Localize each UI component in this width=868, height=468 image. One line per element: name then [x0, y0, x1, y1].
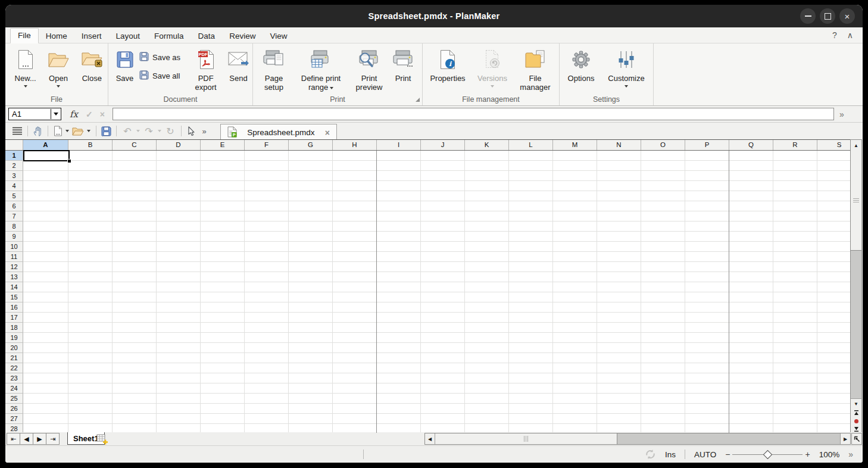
cell-N10[interactable] [597, 242, 641, 252]
cell-L20[interactable] [509, 343, 553, 353]
cell-J14[interactable] [421, 282, 465, 292]
cell-S24[interactable] [817, 383, 850, 394]
cell-L28[interactable] [509, 424, 553, 433]
cell-P6[interactable] [685, 201, 729, 211]
cell-K3[interactable] [465, 171, 509, 181]
column-header-C[interactable]: C [113, 140, 157, 150]
open-dropdown-caret[interactable] [87, 130, 90, 132]
row-header-24[interactable]: 24 [5, 383, 23, 394]
cell-D10[interactable] [157, 242, 201, 252]
cell-R22[interactable] [773, 363, 817, 373]
cell-L19[interactable] [509, 333, 553, 343]
column-header-I[interactable]: I [377, 140, 421, 150]
cell-D3[interactable] [157, 171, 201, 181]
cell-B2[interactable] [68, 161, 113, 171]
repeat-button[interactable]: ↻ [163, 124, 177, 138]
cell-I5[interactable] [377, 191, 421, 201]
cell-R25[interactable] [773, 394, 817, 404]
cell-Q19[interactable] [729, 333, 773, 343]
cell-S14[interactable] [817, 282, 850, 292]
cell-N16[interactable] [597, 302, 641, 313]
zoom-slider[interactable] [732, 454, 803, 455]
cell-H25[interactable] [333, 394, 377, 404]
cell-O4[interactable] [641, 181, 685, 191]
collapse-ribbon-button[interactable]: ∧ [847, 30, 853, 40]
cell-E22[interactable] [201, 363, 245, 373]
cell-J7[interactable] [421, 211, 465, 221]
cell-I10[interactable] [377, 242, 421, 252]
cell-B20[interactable] [68, 343, 113, 353]
cell-E7[interactable] [201, 211, 245, 221]
sync-button[interactable] [645, 450, 656, 459]
cell-F8[interactable] [245, 221, 289, 232]
cell-P23[interactable] [685, 373, 729, 383]
cell-L9[interactable] [509, 232, 553, 242]
cell-C14[interactable] [113, 282, 157, 292]
cell-reference-dropdown[interactable] [51, 109, 60, 119]
column-header-K[interactable]: K [465, 140, 509, 150]
cell-M14[interactable] [553, 282, 597, 292]
cell-Q14[interactable] [729, 282, 773, 292]
cell-K16[interactable] [465, 302, 509, 313]
cell-H16[interactable] [333, 302, 377, 313]
cell-A19[interactable] [23, 333, 68, 343]
cell-L10[interactable] [509, 242, 553, 252]
cell-M1[interactable] [553, 151, 597, 161]
cell-S22[interactable] [817, 363, 850, 373]
cell-L7[interactable] [509, 211, 553, 221]
cell-B26[interactable] [68, 404, 113, 414]
cell-K25[interactable] [465, 394, 509, 404]
cell-D12[interactable] [157, 262, 201, 272]
row-header-1[interactable]: 1 [5, 151, 23, 161]
cell-G23[interactable] [289, 373, 333, 383]
cell-C11[interactable] [113, 252, 157, 262]
cell-H21[interactable] [333, 353, 377, 363]
cell-E15[interactable] [201, 292, 245, 302]
cell-P15[interactable] [685, 292, 729, 302]
cell-C8[interactable] [113, 221, 157, 232]
cell-Q12[interactable] [729, 262, 773, 272]
cell-G9[interactable] [289, 232, 333, 242]
cell-H9[interactable] [333, 232, 377, 242]
cell-K15[interactable] [465, 292, 509, 302]
cell-P26[interactable] [685, 404, 729, 414]
cell-N1[interactable] [597, 151, 641, 161]
cell-I8[interactable] [377, 221, 421, 232]
cell-K7[interactable] [465, 211, 509, 221]
cell-E26[interactable] [201, 404, 245, 414]
cell-G15[interactable] [289, 292, 333, 302]
tab-formula[interactable]: Formula [147, 29, 191, 43]
cell-F13[interactable] [245, 272, 289, 282]
cell-R23[interactable] [773, 373, 817, 383]
cell-L4[interactable] [509, 181, 553, 191]
toolbar-open-button[interactable] [71, 124, 85, 138]
cell-M15[interactable] [553, 292, 597, 302]
cell-N27[interactable] [597, 414, 641, 424]
cell-B11[interactable] [68, 252, 113, 262]
cell-I24[interactable] [377, 383, 421, 394]
cell-E19[interactable] [201, 333, 245, 343]
cell-P27[interactable] [685, 414, 729, 424]
cell-P12[interactable] [685, 262, 729, 272]
cell-B8[interactable] [68, 221, 113, 232]
tab-layout[interactable]: Layout [109, 29, 148, 43]
cell-A16[interactable] [23, 302, 68, 313]
cell-S11[interactable] [817, 252, 850, 262]
cell-F16[interactable] [245, 302, 289, 313]
zoom-slider-thumb[interactable] [763, 450, 773, 459]
fill-handle[interactable] [67, 159, 71, 163]
cell-P18[interactable] [685, 323, 729, 333]
cell-H4[interactable] [333, 181, 377, 191]
cell-K2[interactable] [465, 161, 509, 171]
formula-bar-overflow-button[interactable]: » [839, 110, 844, 119]
cell-N24[interactable] [597, 383, 641, 394]
cell-Q6[interactable] [729, 201, 773, 211]
cell-K9[interactable] [465, 232, 509, 242]
cell-B21[interactable] [68, 353, 113, 363]
minimize-button[interactable] [800, 8, 816, 24]
cell-L5[interactable] [509, 191, 553, 201]
cell-R19[interactable] [773, 333, 817, 343]
cell-K22[interactable] [465, 363, 509, 373]
cell-M17[interactable] [553, 313, 597, 323]
cell-B16[interactable] [68, 302, 113, 313]
